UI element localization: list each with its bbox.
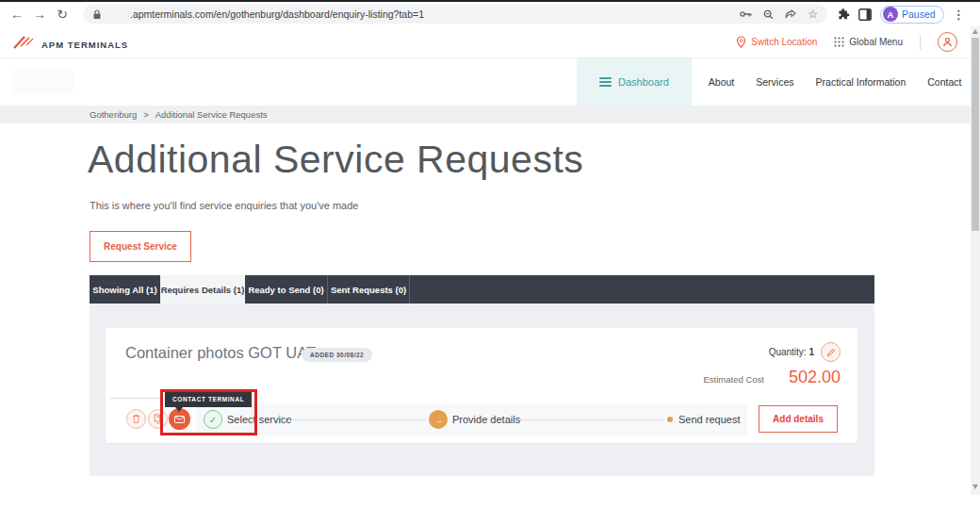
tooltip-pointer xyxy=(175,407,183,412)
switch-location-label: Switch Location xyxy=(751,37,817,47)
dashboard-label: Dashboard xyxy=(618,76,669,88)
url-text: .apmterminals.com/en/gothenburg/dashboar… xyxy=(130,8,732,20)
side-panel-icon[interactable] xyxy=(858,8,872,21)
browser-menu-icon[interactable]: ⋮ xyxy=(953,8,965,22)
reload-icon[interactable]: ↻ xyxy=(51,3,74,25)
main-nav: Dashboard About Services Practical Infor… xyxy=(0,58,971,106)
envelope-icon xyxy=(174,416,185,423)
key-icon[interactable] xyxy=(740,9,752,19)
tab-requires-details[interactable]: Requires Details (1) xyxy=(160,275,245,304)
chrome-actions: A Paused ⋮ xyxy=(837,6,965,24)
tab-sent-requests[interactable]: Sent Requests (0) xyxy=(328,275,410,304)
step-provide-details-label: Provide details xyxy=(452,414,520,425)
extensions-icon[interactable] xyxy=(837,8,850,21)
breadcrumb: Gothenburg > Additional Service Requests xyxy=(90,109,268,120)
address-bar[interactable]: .apmterminals.com/en/gothenburg/dashboar… xyxy=(83,5,827,24)
nav-item-about[interactable]: About xyxy=(709,76,734,88)
estimated-cost-label: Estimated Cost xyxy=(704,374,764,385)
global-menu-label: Global Menu xyxy=(849,37,903,47)
requests-tab-bar: Showing All (1) Requires Details (1) Rea… xyxy=(90,275,874,304)
page-scrollbar[interactable] xyxy=(971,26,980,495)
nav-dashboard-tab[interactable]: Dashboard xyxy=(577,58,692,106)
scroll-down-arrow-icon[interactable] xyxy=(972,484,978,489)
browser-toolbar: ← → ↻ .apmterminals.com/en/gothenburg/da… xyxy=(0,2,980,27)
forward-icon[interactable]: → xyxy=(28,3,51,25)
breadcrumb-bar: Gothenburg > Additional Service Requests xyxy=(0,106,971,123)
add-details-button[interactable]: Add details xyxy=(759,405,838,433)
delete-icon xyxy=(132,414,140,424)
share-icon[interactable] xyxy=(785,9,796,20)
step-connector xyxy=(520,419,663,420)
step-send-request-label: Send request xyxy=(678,414,740,425)
quantity-label: Quantity: 1 xyxy=(769,347,814,357)
account-icon xyxy=(942,37,953,47)
divider xyxy=(920,35,921,50)
estimated-cost-value: 502.00 xyxy=(789,368,841,387)
nav-item-practical-information[interactable]: Practical Information xyxy=(816,76,906,88)
nav-item-services[interactable]: Services xyxy=(756,76,793,88)
faint-terminal-logo xyxy=(11,70,74,94)
omnibox-actions: ☆ xyxy=(740,9,818,20)
breadcrumb-location[interactable]: Gothenburg xyxy=(90,109,137,120)
delete-request-button[interactable] xyxy=(126,409,146,429)
page-subtitle: This is where you'll find service enquir… xyxy=(90,200,358,211)
global-menu-button[interactable]: Global Menu xyxy=(834,37,903,47)
pencil-icon xyxy=(826,348,836,357)
dashboard-list-icon xyxy=(599,77,612,87)
step-connector xyxy=(288,419,426,420)
location-pin-icon xyxy=(736,36,746,48)
bookmark-star-icon[interactable]: ☆ xyxy=(808,9,818,20)
tab-ready-to-send[interactable]: Ready to Send (0) xyxy=(245,275,328,304)
duplicate-icon xyxy=(154,414,162,424)
profile-status: Paused xyxy=(902,8,936,20)
duplicate-request-button[interactable] xyxy=(148,409,168,429)
brand-name: APM TERMINALS xyxy=(41,40,128,50)
estimated-cost-row: Estimated Cost 502.00 xyxy=(704,368,841,387)
browser-profile-chip[interactable]: A Paused xyxy=(880,6,944,24)
browser-window: ← → ↻ .apmterminals.com/en/gothenburg/da… xyxy=(0,0,980,525)
account-button[interactable] xyxy=(938,32,957,52)
scroll-up-arrow-icon[interactable] xyxy=(972,29,978,34)
apm-logo-slashes xyxy=(13,35,38,50)
step-select-service-label: Select service xyxy=(227,414,291,425)
service-request-card: Container photos GOT UAT ADDED 30/08/22 … xyxy=(106,328,858,443)
back-icon[interactable]: ← xyxy=(6,3,28,25)
breadcrumb-separator: > xyxy=(143,109,149,120)
grid-menu-icon xyxy=(834,37,844,47)
edit-quantity-button[interactable] xyxy=(821,342,841,362)
quantity-value: 1 xyxy=(808,347,814,357)
quantity-row: Quantity: 1 xyxy=(769,342,841,362)
switch-location-link[interactable]: Switch Location xyxy=(736,36,817,48)
avatar: A xyxy=(883,7,898,22)
request-service-button[interactable]: Request Service xyxy=(90,231,191,262)
scrollbar-thumb[interactable] xyxy=(972,38,979,231)
request-title: Container photos GOT UAT xyxy=(125,344,316,362)
apm-terminals-logo[interactable]: APM TERMINALS xyxy=(13,35,128,50)
zoom-icon[interactable] xyxy=(763,9,774,20)
contact-terminal-tooltip: CONTACT TERMINAL xyxy=(165,391,252,407)
tab-showing-all[interactable]: Showing All (1) xyxy=(90,275,160,304)
step-select-service-check-icon: ✓ xyxy=(204,410,222,429)
lock-icon xyxy=(92,9,102,20)
added-date-badge: ADDED 30/08/22 xyxy=(302,348,372,362)
step-send-request-dot xyxy=(667,417,673,422)
breadcrumb-current: Additional Service Requests xyxy=(155,109,268,120)
page-title: Additional Service Requests xyxy=(88,138,583,182)
nav-item-contact[interactable]: Contact xyxy=(927,76,961,88)
site-utility-bar: APM TERMINALS Switch Location Global Men… xyxy=(0,26,971,58)
step-provide-details-arrow-icon: → xyxy=(429,410,448,429)
